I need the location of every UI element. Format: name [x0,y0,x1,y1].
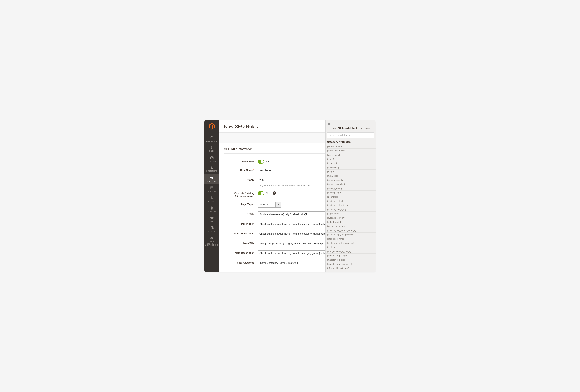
attribute-item[interactable]: {custom_apply_to_products} [326,233,376,237]
sidebar-item-catalog[interactable]: CATALOG [204,154,219,164]
page-type-value: Product [258,202,276,208]
meta-title-label: Meta Title [224,241,258,245]
chevron-down-icon: ▼ [276,202,281,208]
app-frame: DASHBOARD SALES CATALOG CUSTOMERS MARKET… [204,120,376,272]
attribute-item[interactable]: {custom_layout_update_file} [326,241,376,245]
attribute-list: {website_name}{store_view_name}{store_na… [326,144,376,272]
bars-icon [210,196,214,200]
attribute-item[interactable]: {is_active} [326,161,376,166]
sidebar-item-sales[interactable]: SALES [204,144,219,154]
magento-logo [209,120,215,132]
dollar-icon [210,145,214,150]
attribute-item[interactable]: {available_sort_by} [326,216,376,220]
close-button[interactable] [327,122,331,126]
sidebar-label: CUSTOMERS [206,170,217,172]
sidebar-label: CONTENT [208,190,216,192]
box-icon [210,156,214,160]
attribute-item[interactable]: {display_mode} [326,186,376,191]
attribute-item[interactable]: {custom_use_parent_settings} [326,228,376,233]
sidebar-label: DASHBOARD [206,140,217,142]
attribute-item[interactable]: {description} [326,165,376,170]
sidebar-label: SALES [209,150,215,152]
attribute-item[interactable]: {url_key} [326,245,376,250]
attribute-item[interactable]: {store_view_name} [326,149,376,153]
enable-rule-label: Enable Rule [224,159,258,163]
attribute-item[interactable]: {meta_description} [326,182,376,187]
attribute-item[interactable]: {custom_design} [326,199,376,203]
gear-icon [210,226,214,230]
page-type-label: Page Type* [224,202,258,206]
attribute-item[interactable]: {custom_design_from} [326,203,376,208]
sidebar-item-reports[interactable]: REPORTS [204,194,219,204]
attribute-item[interactable]: {magefan_og_image} [326,254,376,258]
short-description-label: Short Description [224,231,258,235]
attribute-item[interactable]: {page_layout} [326,212,376,216]
attribute-item[interactable]: {magefan_og_title} [326,258,376,262]
override-label: Override Existing Attributes Values [224,190,258,198]
sidebar-item-customers[interactable]: CUSTOMERS [204,164,219,174]
sidebar-divider [208,133,215,133]
meta-description-label: Meta Description [224,250,258,255]
dashboard-icon [210,136,214,140]
attribute-item[interactable]: {name} [326,157,376,161]
sidebar-label: MAGEFAN [208,211,216,212]
sidebar-label: REPORTS [208,200,216,202]
sidebar-item-magefan[interactable]: MAGEFAN [204,204,219,214]
sidebar-item-dashboard[interactable]: DASHBOARD [204,134,219,144]
admin-sidebar: DASHBOARD SALES CATALOG CUSTOMERS MARKET… [204,120,219,272]
search-placeholder: Search for attributes... [329,134,352,137]
attribute-item[interactable]: {default_sort_by} [326,220,376,224]
sidebar-item-stores[interactable]: STORES [204,214,219,224]
priority-label: Priority [224,177,258,181]
attribute-item[interactable]: {store_name} [326,153,376,157]
enable-rule-value: Yes [266,160,270,163]
attribute-item[interactable]: {include_in_menu} [326,224,376,229]
attribute-item[interactable]: {filter_price_range} [326,237,376,241]
override-value: Yes [266,192,270,195]
attribute-item[interactable]: {custom_design_to} [326,207,376,212]
rule-name-label: Rule Name* [224,167,258,172]
sidebar-label: MARKETING [207,180,217,182]
attribute-item[interactable]: {amp_homepage_image} [326,249,376,254]
attributes-panel: List Of Available Attributes Search for … [325,120,376,272]
partners-icon [210,236,214,240]
store-icon [210,216,214,220]
enable-rule-toggle[interactable] [258,160,264,164]
attribute-search-input[interactable]: Search for attributes... [327,132,374,138]
sidebar-label: SYSTEM [208,231,215,233]
page-type-select[interactable]: Product ▼ [258,202,281,208]
attribute-item[interactable]: {h1_tag_title_category} [326,266,376,270]
magefan-icon [210,206,214,210]
attribute-item[interactable]: {image} [326,170,376,174]
sidebar-item-marketing[interactable]: MARKETING [204,174,219,184]
sidebar-label: STORES [208,221,215,223]
description-label: Description [224,221,258,226]
layout-icon [210,186,214,190]
meta-keywords-label: Meta Keywords [224,260,258,264]
sidebar-label: CATALOG [208,160,216,162]
attribute-item[interactable]: {meta_title} [326,174,376,178]
attribute-item[interactable]: {website_name} [326,144,376,149]
sidebar-item-partners[interactable]: FIND PARTNERS & EXTENSIONS [204,234,219,248]
sidebar-item-content[interactable]: CONTENT [204,184,219,194]
sidebar-label: FIND PARTNERS & EXTENSIONS [205,241,219,246]
megaphone-icon [210,176,214,180]
attribute-item[interactable]: {meta_keywords} [326,178,376,182]
attribute-item[interactable]: {landing_page} [326,191,376,195]
help-icon[interactable]: ? [273,191,276,195]
panel-title: List Of Available Attributes [326,126,376,132]
attribute-item[interactable]: {is_anchor} [326,195,376,199]
override-toggle[interactable] [258,191,264,195]
attribute-item[interactable]: {magefan_og_description} [326,262,376,266]
h1-title-label: H1 Title [224,211,258,216]
panel-section-title: Category Attributes [326,140,376,144]
sidebar-item-system[interactable]: SYSTEM [204,224,219,234]
person-icon [210,166,214,170]
